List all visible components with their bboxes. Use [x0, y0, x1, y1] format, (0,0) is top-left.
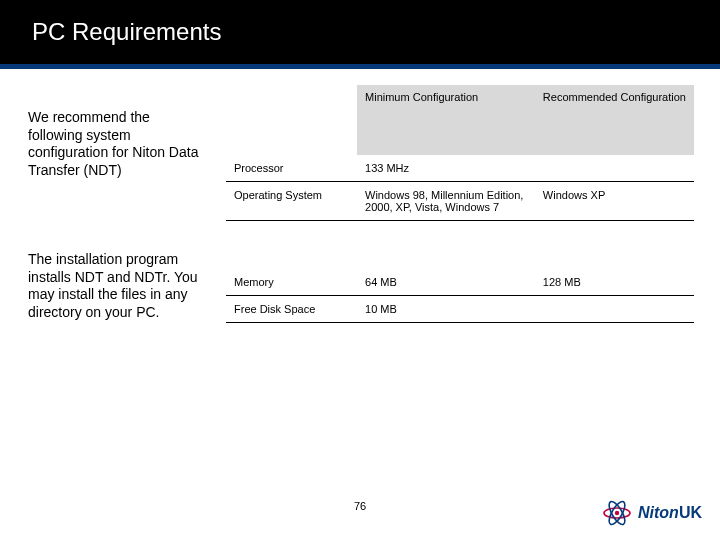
title-bar: PC Requirements	[0, 0, 720, 64]
brand-suffix: UK	[679, 504, 702, 521]
requirements-table-wrap: Minimum Configuration Recommended Config…	[226, 85, 694, 323]
table-gap-row	[226, 221, 694, 269]
intro-paragraph-2: The installation program installs NDT an…	[28, 251, 208, 321]
table-row: Operating System Windows 98, Millennium …	[226, 182, 694, 221]
table-row: Memory 64 MB 128 MB	[226, 269, 694, 296]
requirements-table: Minimum Configuration Recommended Config…	[226, 85, 694, 323]
cell-min: 64 MB	[357, 269, 535, 296]
cell-rec	[535, 155, 694, 182]
cell-rec: Windows XP	[535, 182, 694, 221]
content-area: We recommend the following system config…	[0, 69, 720, 323]
cell-rec	[535, 295, 694, 322]
cell-spec: Processor	[226, 155, 357, 182]
svg-point-3	[615, 511, 619, 515]
atom-icon	[602, 498, 632, 528]
cell-spec: Free Disk Space	[226, 295, 357, 322]
header-rec: Recommended Configuration	[535, 85, 694, 155]
header-spec	[226, 85, 357, 155]
page-title: PC Requirements	[32, 18, 221, 46]
brand-text: NitonUK	[638, 504, 702, 522]
intro-paragraph-1: We recommend the following system config…	[28, 109, 208, 179]
brand-logo: NitonUK	[602, 498, 702, 528]
cell-min: Windows 98, Millennium Edition, 2000, XP…	[357, 182, 535, 221]
cell-spec: Operating System	[226, 182, 357, 221]
cell-min: 133 MHz	[357, 155, 535, 182]
table-row: Processor 133 MHz	[226, 155, 694, 182]
cell-rec: 128 MB	[535, 269, 694, 296]
table-row: Free Disk Space 10 MB	[226, 295, 694, 322]
header-min: Minimum Configuration	[357, 85, 535, 155]
left-column: We recommend the following system config…	[28, 85, 208, 323]
cell-spec: Memory	[226, 269, 357, 296]
cell-min: 10 MB	[357, 295, 535, 322]
brand-name: Niton	[638, 504, 679, 521]
table-header-row: Minimum Configuration Recommended Config…	[226, 85, 694, 155]
